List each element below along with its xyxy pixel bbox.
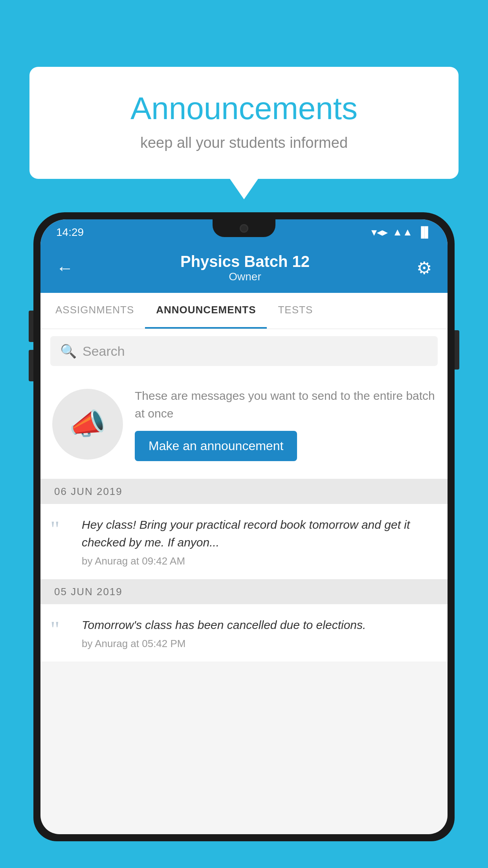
status-time: 14:29 [56, 226, 84, 239]
back-button[interactable]: ← [56, 258, 73, 278]
make-announcement-button[interactable]: Make an announcement [135, 431, 297, 461]
search-icon: 🔍 [60, 343, 77, 359]
quote-icon-2: " [50, 618, 72, 641]
status-icons: ▾◂▸ ▲▲ ▐▌ [371, 226, 432, 239]
promo-description: These are messages you want to send to t… [135, 387, 436, 422]
tab-assignments[interactable]: ASSIGNMENTS [44, 293, 145, 329]
volume-down-button [29, 350, 33, 381]
date-label-2: 05 JUN 2019 [54, 586, 123, 598]
announcement-meta-1: by Anurag at 09:42 AM [82, 555, 436, 567]
search-placeholder: Search [83, 344, 125, 359]
tabs-bar: ASSIGNMENTS ANNOUNCEMENTS TESTS [40, 293, 448, 329]
speech-bubble-section: Announcements keep all your students inf… [29, 67, 459, 179]
promo-card: 📣 These are messages you want to send to… [40, 373, 448, 479]
announcement-content-1: Hey class! Bring your practical record b… [82, 516, 436, 567]
header-center: Physics Batch 12 Owner [73, 253, 416, 283]
settings-icon[interactable]: ⚙ [416, 258, 432, 278]
app-header: ← Physics Batch 12 Owner ⚙ [40, 245, 448, 293]
phone-mockup: 14:29 ▾◂▸ ▲▲ ▐▌ ← Physics Batch 12 Owner… [33, 212, 455, 868]
date-label-1: 06 JUN 2019 [54, 485, 123, 497]
tab-announcements[interactable]: ANNOUNCEMENTS [145, 293, 267, 329]
speech-bubble-subtitle: keep all your students informed [61, 134, 427, 151]
speech-bubble-title: Announcements [61, 90, 427, 127]
megaphone-icon: 📣 [69, 407, 106, 441]
date-divider-2: 05 JUN 2019 [40, 579, 448, 604]
promo-text-section: These are messages you want to send to t… [135, 387, 436, 461]
speech-bubble-card: Announcements keep all your students inf… [29, 67, 459, 179]
phone-notch [213, 219, 275, 237]
tab-tests[interactable]: TESTS [267, 293, 324, 329]
phone-camera [240, 224, 248, 233]
owner-label: Owner [73, 270, 416, 283]
quote-icon-1: " [50, 518, 72, 541]
announcement-text-1: Hey class! Bring your practical record b… [82, 516, 436, 551]
batch-title: Physics Batch 12 [73, 253, 416, 270]
wifi-icon: ▾◂▸ [371, 226, 388, 239]
search-input-wrapper[interactable]: 🔍 Search [50, 336, 438, 366]
announcement-item-2[interactable]: " Tomorrow's class has been cancelled du… [40, 604, 448, 662]
announcement-meta-2: by Anurag at 05:42 PM [82, 638, 436, 650]
announcement-item-1[interactable]: " Hey class! Bring your practical record… [40, 504, 448, 579]
battery-icon: ▐▌ [417, 226, 432, 238]
promo-icon-circle: 📣 [52, 389, 123, 460]
signal-icon: ▲▲ [393, 226, 413, 238]
power-button [455, 330, 459, 370]
search-container: 🔍 Search [40, 329, 448, 373]
volume-up-button [29, 311, 33, 342]
date-divider-1: 06 JUN 2019 [40, 479, 448, 504]
announcement-content-2: Tomorrow's class has been cancelled due … [82, 616, 436, 650]
announcement-text-2: Tomorrow's class has been cancelled due … [82, 616, 436, 634]
